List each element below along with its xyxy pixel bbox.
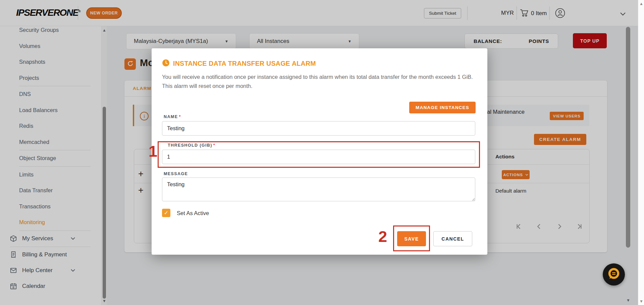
live-chat-button[interactable] [603,263,625,286]
browser-scrollbar[interactable]: ▲ ▼ [638,0,644,305]
annotation-step-1: 1 [149,143,157,159]
annotation-box-save [393,225,430,251]
name-label-text: NAME [164,114,178,119]
annotation-box-threshold [158,141,480,168]
message-textarea[interactable]: Testing [162,177,475,201]
manage-instances-button[interactable]: MANAGE INSTANCES [409,102,476,113]
required-asterisk: * [179,114,181,119]
modal-title: INSTANCE DATA TRANSFER USAGE ALARM [173,60,316,67]
modal-description: You will receive a notification once per… [162,72,479,91]
message-label: MESSAGE [164,171,188,176]
chat-bubble-icon [607,267,621,282]
scroll-up-arrow-icon[interactable]: ▲ [639,2,643,6]
message-label-text: MESSAGE [164,171,188,176]
scroll-down-arrow-icon[interactable]: ▼ [639,299,643,303]
cancel-button[interactable]: CANCEL [433,231,472,246]
name-label: NAME* [164,114,181,119]
set-as-active-checkbox[interactable]: ✓ [162,209,170,217]
name-input[interactable] [162,121,475,136]
annotation-step-2: 2 [378,228,387,244]
set-as-active-label: Set As Active [177,210,209,216]
clock-icon [162,59,169,68]
